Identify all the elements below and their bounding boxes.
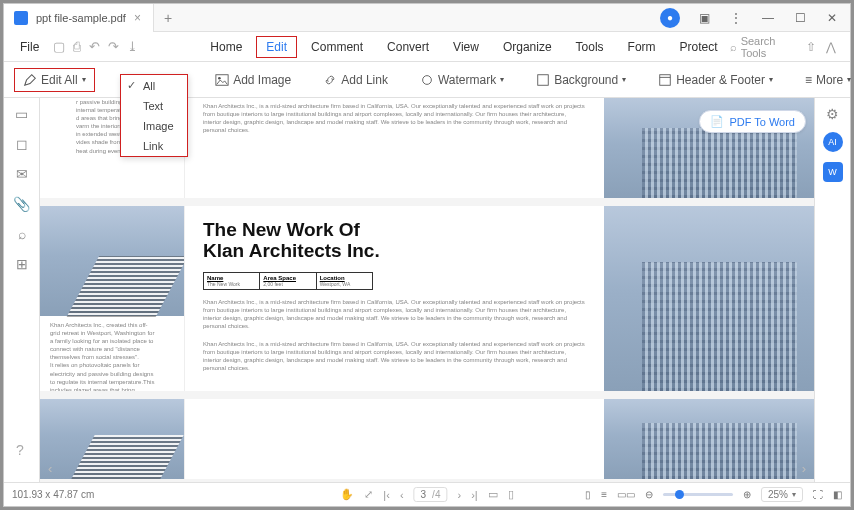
- menu-comment[interactable]: Comment: [301, 36, 373, 58]
- edit-all-option-text[interactable]: Text: [121, 96, 187, 116]
- svg-rect-5: [660, 74, 671, 85]
- minimize-button[interactable]: —: [754, 6, 782, 30]
- cloud-icon[interactable]: ⇧: [806, 40, 816, 54]
- notes-icon[interactable]: ▣: [690, 6, 718, 30]
- undo-icon[interactable]: ↶: [89, 39, 100, 54]
- edit-all-option-image[interactable]: Image: [121, 116, 187, 136]
- tab-title: ppt file-sample.pdf: [36, 12, 126, 24]
- body-text: Khan Architects Inc., is a mid-sized arc…: [203, 102, 586, 134]
- collapse-ribbon-icon[interactable]: ⋀: [826, 40, 836, 54]
- more-dropdown[interactable]: ≡ More▾: [797, 69, 854, 91]
- fit-page-icon[interactable]: ▯: [508, 488, 514, 501]
- edit-all-option-all[interactable]: ✓All: [121, 75, 187, 96]
- add-link-button[interactable]: Add Link: [315, 69, 396, 91]
- image-icon: [215, 73, 229, 87]
- left-sidebar: ▭ ◻ ✉ 📎 ⌕ ⊞: [4, 98, 40, 482]
- titlebar: ppt file-sample.pdf × + ● ▣ ⋮ — ☐ ✕: [4, 4, 850, 32]
- more-icon: ≡: [805, 73, 812, 87]
- building-photo: [40, 399, 184, 479]
- search-icon: ⌕: [730, 41, 737, 53]
- attachments-icon[interactable]: 📎: [13, 196, 30, 212]
- dimensions-readout: 101.93 x 47.87 cm: [12, 489, 132, 500]
- pencil-icon: [23, 73, 37, 87]
- edit-all-dropdown[interactable]: Edit All ▾: [14, 68, 95, 92]
- fit-width-icon[interactable]: ▭: [488, 488, 498, 501]
- menu-organize[interactable]: Organize: [493, 36, 562, 58]
- edit-all-option-link[interactable]: Link: [121, 136, 187, 156]
- svg-point-3: [423, 75, 432, 84]
- hand-tool-icon[interactable]: ✋: [340, 488, 354, 501]
- menubar: File ▢ ⎙ ↶ ↷ ⤓ Home Edit Comment Convert…: [4, 32, 850, 62]
- menu-protect[interactable]: Protect: [670, 36, 728, 58]
- ai-word-icon[interactable]: W: [823, 162, 843, 182]
- add-image-button[interactable]: Add Image: [207, 69, 299, 91]
- main-menus: Home Edit Comment Convert View Organize …: [200, 36, 727, 58]
- check-icon: ✓: [127, 79, 137, 92]
- scroll-right-icon[interactable]: ›: [802, 461, 806, 476]
- building-photo: [604, 399, 814, 479]
- comments-icon[interactable]: ✉: [16, 166, 28, 182]
- save-icon[interactable]: ⤓: [127, 39, 138, 54]
- scroll-left-icon[interactable]: ‹: [48, 461, 52, 476]
- pdf-to-word-button[interactable]: 📄 PDF To Word: [699, 110, 806, 133]
- svg-point-2: [218, 76, 221, 79]
- heading: The New Work OfKlan Architects Inc.: [203, 220, 586, 262]
- watermark-dropdown[interactable]: Watermark▾: [412, 69, 512, 91]
- building-photo: [40, 206, 184, 316]
- user-avatar-icon[interactable]: ●: [660, 8, 680, 28]
- building-photo: [604, 206, 814, 391]
- maximize-button[interactable]: ☐: [786, 6, 814, 30]
- background-dropdown[interactable]: Background▾: [528, 69, 634, 91]
- zoom-dropdown[interactable]: 25%▾: [761, 487, 803, 502]
- tab-close-icon[interactable]: ×: [134, 11, 141, 25]
- help-icon[interactable]: ?: [16, 442, 24, 458]
- page-fragment: [40, 399, 814, 479]
- bookmarks-icon[interactable]: ◻: [16, 136, 28, 152]
- new-tab-button[interactable]: +: [154, 10, 182, 26]
- right-sidebar: ⚙ AI W: [814, 98, 850, 482]
- menu-form[interactable]: Form: [618, 36, 666, 58]
- menu-home[interactable]: Home: [200, 36, 252, 58]
- column-text: Khan Architects Inc., created this off- …: [50, 321, 178, 391]
- open-icon[interactable]: ▢: [53, 39, 65, 54]
- thumbnails-icon[interactable]: ▭: [15, 106, 28, 122]
- next-page-icon[interactable]: ›: [457, 489, 461, 501]
- menu-tools[interactable]: Tools: [566, 36, 614, 58]
- first-page-icon[interactable]: |‹: [383, 489, 390, 501]
- zoom-out-icon[interactable]: ⊖: [645, 489, 653, 500]
- menu-convert[interactable]: Convert: [377, 36, 439, 58]
- page-input[interactable]: 3/4: [414, 487, 448, 502]
- search-field[interactable]: Search Tools: [741, 35, 796, 59]
- header-footer-icon: [658, 73, 672, 87]
- view-continuous-icon[interactable]: ≡: [601, 489, 607, 500]
- close-button[interactable]: ✕: [818, 6, 846, 30]
- app-logo-icon: [14, 11, 28, 25]
- menu-edit[interactable]: Edit: [256, 36, 297, 58]
- menu-view[interactable]: View: [443, 36, 489, 58]
- document-tab[interactable]: ppt file-sample.pdf ×: [4, 4, 154, 32]
- link-icon: [323, 73, 337, 87]
- redo-icon[interactable]: ↷: [108, 39, 119, 54]
- status-bar: 101.93 x 47.87 cm ✋ ⤢ |‹ ‹ 3/4 › ›| ▭ ▯ …: [4, 482, 850, 506]
- kebab-icon[interactable]: ⋮: [722, 6, 750, 30]
- prev-page-icon[interactable]: ‹: [400, 489, 404, 501]
- watermark-icon: [420, 73, 434, 87]
- ai-icon[interactable]: AI: [823, 132, 843, 152]
- read-mode-icon[interactable]: ◧: [833, 489, 842, 500]
- page: Khan Architects Inc., created this off- …: [40, 206, 814, 391]
- search-panel-icon[interactable]: ⌕: [18, 226, 26, 242]
- settings-icon[interactable]: ⚙: [826, 106, 839, 122]
- fields-icon[interactable]: ⊞: [16, 256, 28, 272]
- fullscreen-icon[interactable]: ⛶: [813, 489, 823, 500]
- print-icon[interactable]: ⎙: [73, 39, 81, 54]
- header-footer-dropdown[interactable]: Header & Footer▾: [650, 69, 781, 91]
- body-text: Khan Architects Inc., is a mid-sized arc…: [203, 298, 586, 330]
- view-single-icon[interactable]: ▯: [585, 489, 591, 500]
- file-menu[interactable]: File: [12, 36, 47, 58]
- view-facing-icon[interactable]: ▭▭: [617, 489, 635, 500]
- select-tool-icon[interactable]: ⤢: [364, 488, 373, 501]
- zoom-in-icon[interactable]: ⊕: [743, 489, 751, 500]
- chevron-down-icon: ▾: [82, 75, 86, 84]
- last-page-icon[interactable]: ›|: [471, 489, 478, 501]
- zoom-slider[interactable]: [663, 493, 733, 496]
